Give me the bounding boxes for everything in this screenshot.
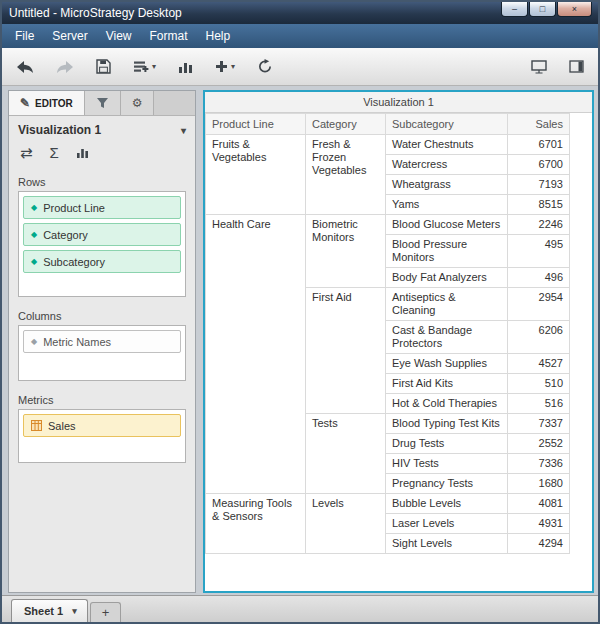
menu-view[interactable]: View <box>97 26 141 46</box>
sales-cell[interactable]: 7336 <box>508 454 570 474</box>
subcategory-cell[interactable]: Hot & Cold Therapies <box>386 394 508 414</box>
sales-cell[interactable]: 6206 <box>508 321 570 354</box>
pill-label: Sales <box>48 420 76 432</box>
subcategory-cell[interactable]: Blood Pressure Monitors <box>386 235 508 268</box>
visualization-container[interactable]: Visualization 1 Product Line Category Su… <box>203 90 594 593</box>
subcategory-cell[interactable]: First Aid Kits <box>386 374 508 394</box>
table-row: Measuring Tools & SensorsLevelsBubble Le… <box>206 494 570 514</box>
category-cell[interactable]: Fresh & Frozen Vegetables <box>306 135 386 215</box>
tab-editor[interactable]: ✎ EDITOR <box>9 91 85 115</box>
sigma-icon[interactable]: Σ <box>50 145 59 161</box>
subcategory-cell[interactable]: Yams <box>386 195 508 215</box>
titlebar[interactable]: Untitled - MicroStrategy Desktop – □ × <box>2 2 598 24</box>
menu-server[interactable]: Server <box>43 26 96 46</box>
sales-cell[interactable]: 4931 <box>508 514 570 534</box>
subcategory-cell[interactable]: Watercress <box>386 155 508 175</box>
category-cell[interactable]: Biometric Monitors <box>306 215 386 288</box>
menu-format[interactable]: Format <box>140 26 196 46</box>
sales-cell[interactable]: 8515 <box>508 195 570 215</box>
sales-cell[interactable]: 7337 <box>508 414 570 434</box>
insert-object-button[interactable]: ▾ <box>215 60 235 73</box>
sheet-tab-label: Sheet 1 <box>24 605 63 617</box>
sheet-bar: Sheet 1 ▾ + <box>2 595 598 622</box>
subcategory-cell[interactable]: Laser Levels <box>386 514 508 534</box>
tab-filter[interactable] <box>85 91 121 115</box>
pill-label: Category <box>43 229 88 241</box>
row-pill-subcategory[interactable]: ◆ Subcategory <box>23 250 181 273</box>
forward-button[interactable] <box>56 60 74 74</box>
panel-toggle-button[interactable] <box>569 60 584 73</box>
sales-cell[interactable]: 4527 <box>508 354 570 374</box>
subcategory-cell[interactable]: Pregnancy Tests <box>386 474 508 494</box>
subcategory-cell[interactable]: Sight Levels <box>386 534 508 554</box>
sales-cell[interactable]: 7193 <box>508 175 570 195</box>
visualization-title[interactable]: Visualization 1 <box>205 92 592 113</box>
subcategory-cell[interactable]: Eye Wash Supplies <box>386 354 508 374</box>
sheet-tab[interactable]: Sheet 1 ▾ <box>11 599 88 622</box>
header-subcategory[interactable]: Subcategory <box>386 114 508 135</box>
subcategory-cell[interactable]: HIV Tests <box>386 454 508 474</box>
presentation-mode-button[interactable] <box>531 60 547 74</box>
category-cell[interactable]: First Aid <box>306 288 386 414</box>
minimize-icon: – <box>512 5 517 14</box>
row-pill-category[interactable]: ◆ Category <box>23 223 181 246</box>
attribute-diamond-icon: ◆ <box>31 337 37 346</box>
minimize-button[interactable]: – <box>501 2 528 17</box>
metrics-dropzone[interactable]: Sales <box>18 409 186 463</box>
visualization-selector[interactable]: Visualization 1 ▾ <box>9 116 195 141</box>
header-product-line[interactable]: Product Line <box>206 114 306 135</box>
tab-properties[interactable]: ⚙ <box>121 91 155 115</box>
insert-visualization-button[interactable] <box>178 60 193 74</box>
bar-chart-icon <box>178 60 193 74</box>
sales-cell[interactable]: 6700 <box>508 155 570 175</box>
column-pill-metric-names[interactable]: ◆ Metric Names <box>23 330 181 353</box>
category-cell[interactable]: Levels <box>306 494 386 554</box>
header-category[interactable]: Category <box>306 114 386 135</box>
subcategory-cell[interactable]: Antiseptics & Cleaning <box>386 288 508 321</box>
sales-cell[interactable]: 6701 <box>508 135 570 155</box>
metric-pill-sales[interactable]: Sales <box>23 414 181 437</box>
sales-cell[interactable]: 516 <box>508 394 570 414</box>
sales-cell[interactable]: 2552 <box>508 434 570 454</box>
subcategory-cell[interactable]: Cast & Bandage Protectors <box>386 321 508 354</box>
sales-cell[interactable]: 2246 <box>508 215 570 235</box>
subcategory-cell[interactable]: Blood Typing Test Kits <box>386 414 508 434</box>
swap-axes-icon[interactable]: ⇄ <box>20 145 33 161</box>
sales-cell[interactable]: 2954 <box>508 288 570 321</box>
product-line-cell[interactable]: Health Care <box>206 215 306 494</box>
subcategory-cell[interactable]: Body Fat Analyzers <box>386 268 508 288</box>
back-button[interactable] <box>16 60 34 74</box>
refresh-button[interactable] <box>257 59 273 74</box>
product-line-cell[interactable]: Measuring Tools & Sensors <box>206 494 306 554</box>
subcategory-cell[interactable]: Drug Tests <box>386 434 508 454</box>
mini-chart-icon[interactable] <box>76 147 89 159</box>
sales-cell[interactable]: 510 <box>508 374 570 394</box>
rows-dropzone[interactable]: ◆ Product Line ◆ Category ◆ Subcategory <box>18 191 186 297</box>
columns-dropzone[interactable]: ◆ Metric Names <box>18 325 186 381</box>
product-line-cell[interactable]: Fruits & Vegetables <box>206 135 306 215</box>
menu-file[interactable]: File <box>6 26 43 46</box>
close-icon: × <box>572 5 577 14</box>
row-pill-product-line[interactable]: ◆ Product Line <box>23 196 181 219</box>
add-sheet-button[interactable]: + <box>90 602 122 622</box>
menu-help[interactable]: Help <box>197 26 240 46</box>
close-button[interactable]: × <box>557 2 592 17</box>
subcategory-cell[interactable]: Water Chestnuts <box>386 135 508 155</box>
header-sales[interactable]: Sales <box>508 114 570 135</box>
tab-strip-filler <box>154 91 195 115</box>
sales-cell[interactable]: 495 <box>508 235 570 268</box>
sales-cell[interactable]: 4294 <box>508 534 570 554</box>
pill-label: Subcategory <box>43 256 105 268</box>
sales-cell[interactable]: 1680 <box>508 474 570 494</box>
sales-cell[interactable]: 4081 <box>508 494 570 514</box>
pencil-icon: ✎ <box>20 96 30 110</box>
sales-cell[interactable]: 496 <box>508 268 570 288</box>
save-button[interactable] <box>96 59 111 74</box>
subcategory-cell[interactable]: Bubble Levels <box>386 494 508 514</box>
category-cell[interactable]: Tests <box>306 414 386 494</box>
subcategory-cell[interactable]: Wheatgrass <box>386 175 508 195</box>
toolbar: ▾ ▾ <box>2 48 598 86</box>
maximize-button[interactable]: □ <box>529 2 556 17</box>
subcategory-cell[interactable]: Blood Glucose Meters <box>386 215 508 235</box>
add-data-button[interactable]: ▾ <box>133 60 156 74</box>
